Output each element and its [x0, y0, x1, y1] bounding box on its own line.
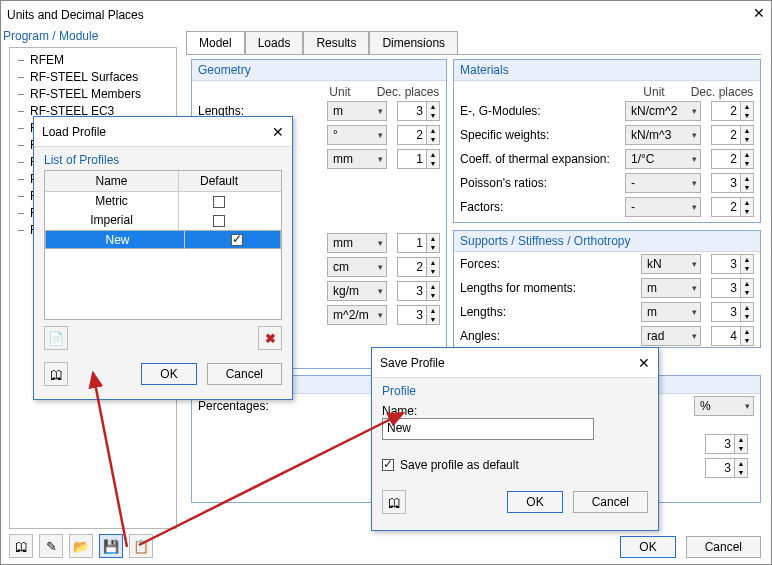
- main-cancel-button[interactable]: Cancel: [686, 536, 761, 558]
- tab-model[interactable]: Model: [186, 31, 245, 54]
- dec-spinner[interactable]: 2▲▼: [397, 125, 440, 145]
- tree-item[interactable]: RFEM: [12, 52, 174, 69]
- window-close-button[interactable]: ✕: [727, 5, 765, 25]
- dialog-load-profile: Load Profile✕ List of Profiles NameDefau…: [33, 116, 293, 400]
- load-profile-cancel-button[interactable]: Cancel: [207, 363, 282, 385]
- percent-unit-select[interactable]: %▾: [694, 396, 754, 416]
- dec-spinner[interactable]: 2▲▼: [711, 125, 754, 145]
- module-label: Program / Module: [3, 29, 98, 43]
- profile-row[interactable]: Metric: [45, 192, 281, 211]
- dec-spinner[interactable]: 3▲▼: [711, 254, 754, 274]
- panel-materials: Materials UnitDec. places E-, G-Modules:…: [453, 59, 761, 223]
- panel-supports: Supports / Stiffness / Orthotropy Forces…: [453, 230, 761, 348]
- unit-select[interactable]: m^2/m▾: [327, 305, 387, 325]
- unit-select[interactable]: mm▾: [327, 233, 387, 253]
- unit-select[interactable]: m▾: [641, 278, 701, 298]
- dec-spinner[interactable]: 2▲▼: [711, 197, 754, 217]
- dialog-save-profile: Save Profile✕ Profile Name: New Save pro…: [371, 347, 659, 531]
- edit-button[interactable]: ✎: [39, 534, 63, 558]
- unit-select[interactable]: mm▾: [327, 149, 387, 169]
- help-button[interactable]: 🕮: [9, 534, 33, 558]
- main-ok-button[interactable]: OK: [620, 536, 675, 558]
- profile-default-checkbox[interactable]: [213, 196, 225, 208]
- profile-row[interactable]: Imperial: [45, 211, 281, 230]
- save-profile-close-button[interactable]: ✕: [636, 355, 650, 371]
- unit-select[interactable]: kg/m▾: [327, 281, 387, 301]
- unit-select[interactable]: -▾: [625, 173, 701, 193]
- dec-spinner[interactable]: 2▲▼: [711, 149, 754, 169]
- name-label: Name:: [382, 404, 648, 418]
- profile-list[interactable]: NameDefault MetricImperialNew: [44, 170, 282, 320]
- profile-default-checkbox[interactable]: [231, 234, 243, 246]
- profile-name-input[interactable]: New: [382, 418, 594, 440]
- dec-spinner[interactable]: 3▲▼: [705, 434, 748, 454]
- dec-spinner[interactable]: 2▲▼: [397, 257, 440, 277]
- unit-select[interactable]: m▾: [327, 101, 387, 121]
- save-profile-ok-button[interactable]: OK: [507, 491, 562, 513]
- load-profile-ok-button[interactable]: OK: [141, 363, 196, 385]
- save-profile-toolbar-button[interactable]: 💾: [99, 534, 123, 558]
- save-default-checkbox[interactable]: [382, 459, 394, 471]
- unit-select[interactable]: kN▾: [641, 254, 701, 274]
- tree-item[interactable]: RF-STEEL Members: [12, 86, 174, 103]
- dec-spinner[interactable]: 1▲▼: [397, 149, 440, 169]
- open-button[interactable]: 📂: [69, 534, 93, 558]
- window-title: Units and Decimal Places: [7, 8, 727, 22]
- tab-dimensions[interactable]: Dimensions: [369, 31, 458, 54]
- load-profile-close-button[interactable]: ✕: [270, 124, 284, 140]
- tab-loads[interactable]: Loads: [245, 31, 304, 54]
- dec-spinner[interactable]: 3▲▼: [711, 278, 754, 298]
- unit-select[interactable]: m▾: [641, 302, 701, 322]
- dec-spinner[interactable]: 3▲▼: [711, 302, 754, 322]
- unit-select[interactable]: -▾: [625, 197, 701, 217]
- save-profile-help-button[interactable]: 🕮: [382, 490, 406, 514]
- profile-list-delete-button[interactable]: ✖: [258, 326, 282, 350]
- dec-spinner[interactable]: 3▲▼: [397, 101, 440, 121]
- dec-spinner[interactable]: 3▲▼: [397, 281, 440, 301]
- panel-title: Geometry: [192, 60, 446, 81]
- unit-select[interactable]: rad▾: [641, 326, 701, 346]
- dec-spinner[interactable]: 4▲▼: [711, 326, 754, 346]
- save-profile-cancel-button[interactable]: Cancel: [573, 491, 648, 513]
- unit-select[interactable]: cm▾: [327, 257, 387, 277]
- unit-select[interactable]: kN/m^3▾: [625, 125, 701, 145]
- tab-results[interactable]: Results: [303, 31, 369, 54]
- dec-spinner[interactable]: 3▲▼: [705, 458, 748, 478]
- load-profile-help-button[interactable]: 🕮: [44, 362, 68, 386]
- dec-spinner[interactable]: 1▲▼: [397, 233, 440, 253]
- copy-button[interactable]: 📋: [129, 534, 153, 558]
- profile-default-checkbox[interactable]: [213, 215, 225, 227]
- profile-list-add-button[interactable]: 📄: [44, 326, 68, 350]
- unit-select[interactable]: °▾: [327, 125, 387, 145]
- profile-row[interactable]: New: [45, 230, 281, 249]
- dec-spinner[interactable]: 3▲▼: [711, 173, 754, 193]
- dec-spinner[interactable]: 3▲▼: [397, 305, 440, 325]
- unit-select[interactable]: kN/cm^2▾: [625, 101, 701, 121]
- tree-item[interactable]: RF-STEEL Surfaces: [12, 69, 174, 86]
- unit-select[interactable]: 1/°C▾: [625, 149, 701, 169]
- dec-spinner[interactable]: 2▲▼: [711, 101, 754, 121]
